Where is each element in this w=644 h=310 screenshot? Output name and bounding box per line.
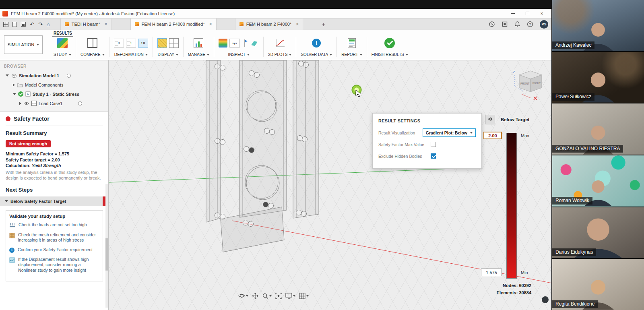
tab-label: FEM H beam 2 F4000* xyxy=(246,22,292,27)
participant-tile[interactable]: Andrzej Kawalec xyxy=(552,0,644,52)
2d-plots-icon[interactable] xyxy=(275,38,285,48)
check-item-mesh[interactable]: Check the mesh refinement and consider i… xyxy=(9,232,99,243)
data-panel-icon[interactable] xyxy=(3,22,8,27)
participant-name: Andrzej Kawalec xyxy=(552,41,594,49)
participant-name: Paweł Sułkowicz xyxy=(552,93,594,101)
tree-item-load-case[interactable]: Load Case1 xyxy=(0,99,108,108)
deformation-button[interactable]: DEFORMATION xyxy=(114,52,148,57)
redo-icon[interactable]: ↷ xyxy=(38,22,43,27)
tree-item-study-static-stress[interactable]: Study 1 - Static Stress xyxy=(0,89,108,99)
display-settings-button[interactable] xyxy=(285,293,295,299)
visualization-dropdown[interactable]: Gradient Plot: Below xyxy=(423,128,476,137)
chevron-right-icon[interactable] xyxy=(19,102,21,105)
finish-results-button[interactable]: FINISH RESULTS xyxy=(372,52,408,57)
check-item-requirement[interactable]: i Confirm your Safety Factor requirement xyxy=(9,247,99,253)
zoom-button[interactable] xyxy=(262,293,272,299)
display-grid-icon[interactable] xyxy=(169,38,179,48)
tree-item-model-components[interactable]: Model Components xyxy=(0,80,108,89)
close-button[interactable]: × xyxy=(535,9,549,18)
file-menu-icon[interactable] xyxy=(12,22,17,27)
grid-settings-button[interactable] xyxy=(299,293,309,299)
report-button[interactable]: REPORT xyxy=(341,52,362,57)
display-icon xyxy=(285,293,292,299)
maximize-button[interactable] xyxy=(520,9,535,18)
extensions-icon[interactable] xyxy=(502,21,508,27)
home-icon[interactable]: ⌂ xyxy=(47,22,50,27)
safety-factor-panel: Safety Factor Result Summary Not strong … xyxy=(0,111,109,310)
manage-icon[interactable] xyxy=(194,38,203,48)
max-value-checkbox[interactable] xyxy=(431,142,436,147)
inspect-probe-icon[interactable] xyxy=(242,39,248,48)
2d-plots-button[interactable]: 2D PLOTS xyxy=(268,52,291,57)
compare-icon[interactable] xyxy=(87,38,97,48)
deformation-actual-icon[interactable]: 0 xyxy=(114,39,124,48)
ribbon-contextual-tab[interactable]: RESULTS xyxy=(52,31,73,37)
eye-icon[interactable] xyxy=(23,101,29,105)
solved-check-icon xyxy=(18,91,23,97)
inspect-plane-icon[interactable] xyxy=(250,39,259,48)
pan-button[interactable] xyxy=(252,293,258,299)
legend-min-value[interactable]: 1.575 xyxy=(481,269,502,276)
compare-button[interactable]: COMPARE xyxy=(80,52,105,57)
below-target-section-row[interactable]: Below Safety Factor Target xyxy=(0,196,109,206)
participant-tile[interactable]: GONZALO VALIÑO RIESTRA xyxy=(552,103,644,155)
deformation-scaled-icon[interactable]: 1X xyxy=(138,39,148,48)
participant-tile[interactable]: Darius Eidukynas xyxy=(552,207,644,259)
exclude-hidden-checkbox[interactable] xyxy=(431,153,436,159)
visibility-radio[interactable] xyxy=(67,74,71,78)
tab-close-icon[interactable]: × xyxy=(209,21,212,27)
tab-close-icon[interactable]: × xyxy=(105,21,107,27)
inspect-xyz-icon[interactable]: xyz xyxy=(229,39,240,48)
manage-button[interactable]: MANAGE xyxy=(188,52,209,57)
chevron-down-icon[interactable] xyxy=(6,74,9,76)
display-mesh-icon[interactable] xyxy=(157,38,167,48)
inspect-button[interactable]: INSPECT xyxy=(228,52,249,57)
tab-tedi-h-beam[interactable]: TEDI H beam* × xyxy=(60,19,112,30)
tab-fem-h-beam-modified[interactable]: FEM H beam 2 F4000 modified* × xyxy=(130,19,217,30)
visibility-radio[interactable] xyxy=(78,101,82,105)
inspect-legend-icon[interactable] xyxy=(219,39,227,48)
minimize-button[interactable] xyxy=(506,9,520,18)
study-button[interactable]: STUDY xyxy=(54,52,71,57)
pan-icon xyxy=(252,293,258,299)
account-avatar[interactable]: PS xyxy=(540,20,548,29)
tab-fem-h-beam[interactable]: FEM H beam 2 F4000* × xyxy=(235,19,303,30)
chevron-down-icon xyxy=(470,132,473,134)
job-status-icon[interactable] xyxy=(489,21,495,27)
help-icon[interactable]: ? xyxy=(527,21,533,27)
report-icon[interactable] xyxy=(348,38,356,48)
legend-settings-button[interactable] xyxy=(485,115,495,124)
status-corner-icon[interactable] xyxy=(542,296,549,303)
workspace-selector[interactable]: SIMULATION xyxy=(4,35,43,54)
check-item-displacement[interactable]: If the Displacement result shows high di… xyxy=(9,257,99,273)
undo-icon[interactable]: ↶ xyxy=(30,22,34,27)
viewport-canvas[interactable]: Z FRONT RIGHT RESULT SETTINGS xyxy=(109,60,551,310)
save-icon[interactable] xyxy=(21,22,26,27)
finish-results-icon[interactable] xyxy=(384,38,395,48)
solver-data-button[interactable]: SOLVER DATA xyxy=(301,52,332,57)
chevron-down-icon[interactable] xyxy=(13,93,16,95)
check-item-loads[interactable]: Check the loads are not set too high xyxy=(9,222,99,228)
chevron-right-icon[interactable] xyxy=(13,83,15,87)
ribbon-group-solver-data: i SOLVER DATA xyxy=(296,37,337,57)
new-tab-button[interactable]: + xyxy=(322,21,325,28)
participant-tile[interactable]: Paweł Sułkowicz xyxy=(552,52,644,104)
tree-item-simulation-model[interactable]: Simulation Model 1 xyxy=(0,71,108,80)
legend-max-value[interactable]: 2.00 xyxy=(483,132,502,139)
solver-data-icon[interactable]: i xyxy=(312,39,321,48)
participant-tile[interactable]: Regita Bendikienė xyxy=(552,259,644,310)
participant-tile[interactable]: Roman Wdowik xyxy=(552,155,644,207)
orbit-button[interactable] xyxy=(238,292,248,299)
validate-study-box: Validate your study setup Check the load… xyxy=(6,210,103,282)
load-case-icon xyxy=(31,101,37,106)
display-button[interactable]: DISPLAY xyxy=(157,52,178,57)
view-cube[interactable]: Z FRONT RIGHT xyxy=(510,63,547,104)
scrollbar[interactable] xyxy=(105,184,108,308)
scrollbar-thumb[interactable] xyxy=(105,238,108,271)
deformation-adjusted-icon[interactable]: 1 xyxy=(126,39,136,48)
fit-view-button[interactable] xyxy=(275,293,282,299)
svg-text:RIGHT: RIGHT xyxy=(533,82,541,85)
study-icon[interactable] xyxy=(57,38,68,48)
notifications-bell-icon[interactable] xyxy=(514,21,520,27)
tab-close-icon[interactable]: × xyxy=(296,21,299,27)
